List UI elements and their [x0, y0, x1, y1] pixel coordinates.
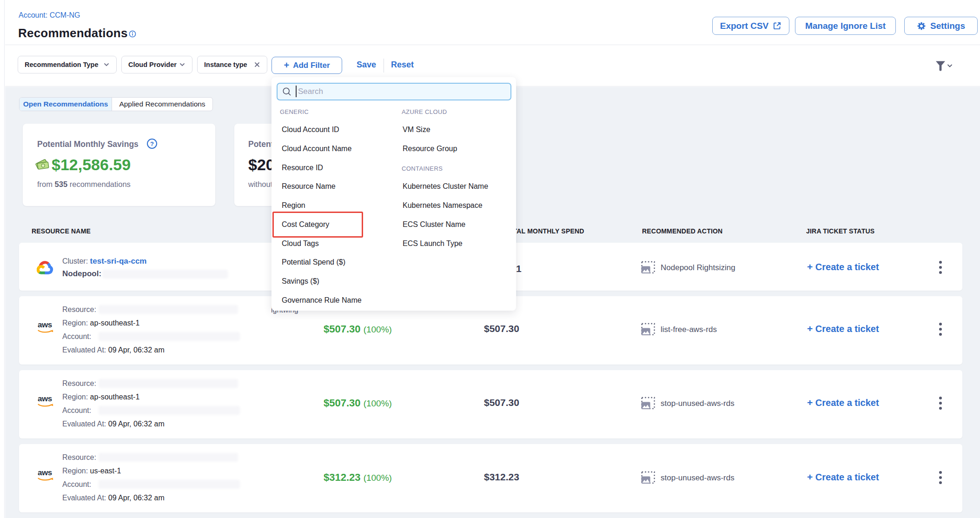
- svg-text:aws: aws: [38, 320, 52, 329]
- svg-text:aws: aws: [38, 394, 52, 403]
- svg-text:?: ?: [150, 140, 154, 147]
- svg-text:aws: aws: [38, 468, 52, 477]
